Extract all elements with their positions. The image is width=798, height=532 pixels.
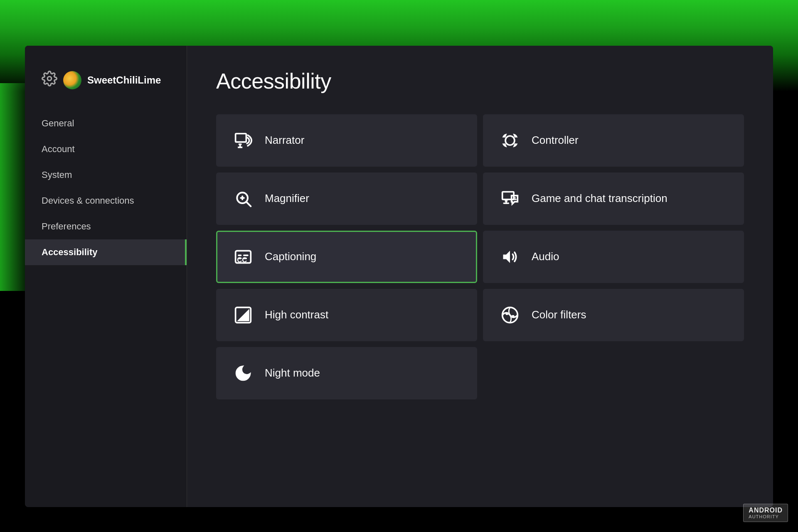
- watermark-sub: AUTHORITY: [749, 514, 783, 519]
- night-mode-icon: [234, 364, 252, 382]
- color-filters-tile[interactable]: Color filters: [483, 289, 744, 341]
- game-chat-label: Game and chat transcription: [532, 192, 667, 206]
- color-filters-icon: [501, 306, 519, 324]
- high-contrast-tile[interactable]: High contrast: [216, 289, 477, 341]
- svg-point-8: [512, 139, 513, 140]
- main-content: Accessibility Narrator: [187, 46, 773, 507]
- tv-screen: SweetChiliLime General Account System De…: [25, 46, 773, 507]
- sidebar: SweetChiliLime General Account System De…: [25, 46, 187, 507]
- narrator-icon: [234, 131, 252, 150]
- night-mode-tile[interactable]: Night mode: [216, 347, 477, 399]
- svg-line-10: [246, 202, 251, 206]
- captioning-label: Captioning: [265, 250, 316, 264]
- sidebar-item-accessibility[interactable]: Accessibility: [25, 239, 187, 265]
- svg-point-0: [47, 76, 52, 81]
- magnifier-icon: [234, 190, 252, 208]
- captioning-icon: CC: [234, 248, 252, 266]
- page-title: Accessibility: [216, 69, 744, 94]
- sidebar-item-preferences[interactable]: Preferences: [25, 214, 187, 239]
- controller-tile[interactable]: Controller: [483, 114, 744, 167]
- sidebar-item-system[interactable]: System: [25, 162, 187, 188]
- avatar: [63, 71, 81, 89]
- svg-point-5: [507, 139, 509, 140]
- night-mode-label: Night mode: [265, 366, 320, 380]
- svg-marker-25: [503, 251, 510, 263]
- sidebar-item-devices[interactable]: Devices & connections: [25, 188, 187, 214]
- narrator-tile[interactable]: Narrator: [216, 114, 477, 167]
- watermark-brand: ANDROID: [749, 507, 783, 514]
- high-contrast-label: High contrast: [265, 308, 328, 322]
- svg-point-29: [512, 315, 515, 318]
- magnifier-label: Magnifier: [265, 192, 309, 206]
- nav-list: General Account System Devices & connect…: [25, 111, 187, 265]
- audio-tile[interactable]: Audio: [483, 231, 744, 283]
- audio-label: Audio: [532, 250, 559, 264]
- svg-rect-1: [236, 134, 246, 142]
- controller-label: Controller: [532, 133, 579, 148]
- controller-icon: [501, 131, 519, 150]
- sidebar-header: SweetChiliLime: [25, 71, 187, 111]
- sidebar-item-account[interactable]: Account: [25, 136, 187, 162]
- accessibility-grid: Narrator Controller: [216, 114, 744, 399]
- game-chat-icon: [501, 190, 519, 208]
- narrator-label: Narrator: [265, 133, 304, 148]
- svg-text:CC: CC: [237, 256, 247, 264]
- high-contrast-icon: [234, 306, 252, 324]
- game-chat-tile[interactable]: Game and chat transcription: [483, 172, 744, 225]
- sidebar-item-general[interactable]: General: [25, 111, 187, 136]
- watermark: ANDROID AUTHORITY: [743, 504, 788, 522]
- svg-point-7: [509, 140, 511, 142]
- audio-icon: [501, 248, 519, 266]
- magnifier-tile[interactable]: Magnifier: [216, 172, 477, 225]
- svg-point-28: [505, 312, 508, 315]
- captioning-tile[interactable]: CC Captioning: [216, 231, 477, 283]
- settings-icon: [42, 71, 57, 90]
- username: SweetChiliLime: [87, 74, 161, 86]
- svg-point-6: [509, 138, 511, 139]
- color-filters-label: Color filters: [532, 308, 586, 322]
